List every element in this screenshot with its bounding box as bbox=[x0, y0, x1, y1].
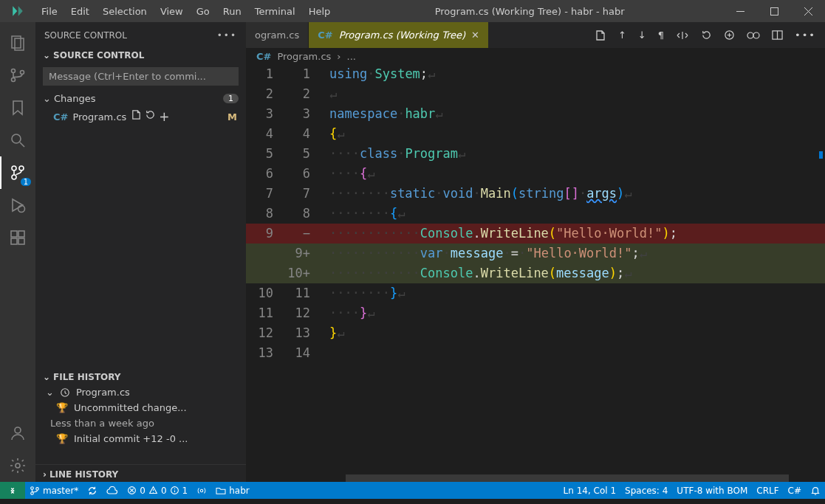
info-count: 1 bbox=[182, 486, 188, 496]
code-line[interactable]: 66····{↵ bbox=[246, 164, 825, 184]
branch-indicator[interactable]: master* bbox=[25, 486, 83, 496]
code-line[interactable]: 88········{↵ bbox=[246, 204, 825, 224]
settings-gear-icon[interactable] bbox=[0, 449, 35, 482]
line-history-label: LINE HISTORY bbox=[49, 469, 118, 480]
menu-selection[interactable]: Selection bbox=[97, 3, 153, 20]
stage-icon[interactable]: + bbox=[159, 109, 169, 124]
menu-help[interactable]: Help bbox=[303, 3, 337, 20]
code-line[interactable]: 9−············Console.WriteLine("Hello·W… bbox=[246, 224, 825, 244]
csharp-file-icon: C# bbox=[256, 51, 271, 62]
scrollbar-thumb[interactable] bbox=[346, 474, 789, 482]
changed-file-row[interactable]: C# Program.cs + M bbox=[35, 107, 246, 126]
open-file-icon[interactable] bbox=[131, 109, 142, 124]
language-mode[interactable]: C# bbox=[784, 486, 806, 496]
whitespace-icon[interactable]: ¶ bbox=[658, 30, 664, 41]
gutter-original: 11 bbox=[246, 303, 279, 323]
broadcast-icon[interactable] bbox=[192, 486, 211, 496]
discard-icon[interactable] bbox=[145, 109, 156, 124]
overview-ruler[interactable] bbox=[815, 64, 825, 482]
commit-message-input[interactable]: Message (Ctrl+Enter to commi... bbox=[43, 67, 239, 86]
minimap-marker bbox=[819, 151, 823, 159]
discard-icon[interactable] bbox=[701, 30, 712, 41]
minimize-button[interactable] bbox=[723, 0, 757, 22]
diff-editor[interactable]: 11using·System;↵22↵33namespace·habr↵44{↵… bbox=[246, 64, 825, 482]
toggle-icon[interactable] bbox=[747, 30, 760, 41]
code-content: ············Console.WriteLine(message);↵ bbox=[329, 263, 632, 283]
tabs: ogram.cs C# Program.cs (Working Tree) ✕ … bbox=[246, 22, 825, 48]
gutter-modified: 9+ bbox=[279, 244, 316, 263]
debug-icon[interactable] bbox=[0, 189, 35, 221]
commit-uncommitted[interactable]: 🏆 Uncommitted change... bbox=[35, 400, 246, 415]
svg-rect-15 bbox=[18, 231, 24, 237]
menu-go[interactable]: Go bbox=[191, 3, 216, 20]
explorer-icon[interactable] bbox=[0, 27, 35, 59]
notifications-icon[interactable] bbox=[806, 486, 825, 496]
code-line[interactable]: 77········static·void·Main(string[]·args… bbox=[246, 184, 825, 204]
git-branch-icon[interactable] bbox=[0, 59, 35, 92]
arrow-down-icon[interactable]: ↓ bbox=[638, 30, 646, 41]
folder-indicator[interactable]: habr bbox=[211, 486, 254, 496]
inline-diff-icon[interactable] bbox=[676, 30, 689, 41]
svg-point-28 bbox=[201, 489, 204, 492]
trophy-icon: 🏆 bbox=[56, 402, 68, 413]
bookmark-icon[interactable] bbox=[0, 92, 35, 124]
file-actions: + bbox=[131, 109, 169, 124]
problems-indicator[interactable]: 0 0 1 bbox=[123, 486, 192, 496]
tab-previous[interactable]: ogram.cs bbox=[246, 22, 309, 48]
gutter-original bbox=[246, 244, 279, 263]
cursor-position[interactable]: Ln 14, Col 1 bbox=[559, 486, 621, 496]
code-line[interactable]: 11using·System;↵ bbox=[246, 64, 825, 84]
account-icon[interactable] bbox=[0, 417, 35, 449]
code-line[interactable]: 1011········}↵ bbox=[246, 283, 825, 303]
more-icon[interactable]: ••• bbox=[217, 30, 237, 41]
remote-indicator[interactable] bbox=[0, 482, 25, 499]
code-line[interactable]: 22↵ bbox=[246, 84, 825, 104]
menu-edit[interactable]: Edit bbox=[65, 3, 95, 20]
cloud-icon[interactable] bbox=[102, 486, 123, 495]
sync-button[interactable] bbox=[83, 486, 102, 496]
code-line[interactable]: 9+············var·message·=·"Hello·World… bbox=[246, 244, 825, 263]
open-file-icon[interactable] bbox=[595, 30, 606, 41]
warning-count: 0 bbox=[161, 486, 167, 496]
close-button[interactable] bbox=[791, 0, 825, 22]
gutter-modified: 5 bbox=[279, 144, 316, 164]
horizontal-scrollbar[interactable] bbox=[246, 474, 812, 482]
code-line[interactable]: 55····class·Program↵ bbox=[246, 144, 825, 164]
search-icon[interactable] bbox=[0, 124, 35, 156]
code-line[interactable]: 1112····}↵ bbox=[246, 303, 825, 323]
code-line[interactable]: 1213}↵ bbox=[246, 323, 825, 343]
code-line[interactable]: 44{↵ bbox=[246, 124, 825, 144]
code-line[interactable]: 33namespace·habr↵ bbox=[246, 104, 825, 124]
more-icon[interactable]: ••• bbox=[795, 30, 816, 41]
maximize-button[interactable] bbox=[757, 0, 791, 22]
gutter-original: 9 bbox=[246, 224, 279, 244]
gutter-original: 13 bbox=[246, 343, 279, 363]
eol[interactable]: CRLF bbox=[752, 486, 783, 496]
commit-initial[interactable]: 🏆 Initial commit +12 -0 ... bbox=[35, 431, 246, 446]
encoding[interactable]: UTF-8 with BOM bbox=[672, 486, 752, 496]
menu-run[interactable]: Run bbox=[217, 3, 247, 20]
stage-change-icon[interactable] bbox=[724, 30, 735, 41]
svg-point-9 bbox=[12, 175, 16, 179]
close-icon[interactable]: ✕ bbox=[471, 30, 479, 41]
changes-header[interactable]: ⌄Changes 1 bbox=[35, 90, 246, 107]
source-control-icon[interactable]: 1 bbox=[0, 156, 35, 189]
menu-view[interactable]: View bbox=[154, 3, 189, 20]
code-line[interactable]: 1314 bbox=[246, 343, 825, 363]
file-history-header[interactable]: ⌄ FILE HISTORY bbox=[35, 370, 246, 384]
menu-file[interactable]: File bbox=[35, 3, 64, 20]
line-history-header[interactable]: › LINE HISTORY bbox=[35, 464, 246, 482]
extensions-icon[interactable] bbox=[0, 221, 35, 254]
svg-point-21 bbox=[753, 32, 759, 38]
arrow-up-icon[interactable]: ↑ bbox=[618, 30, 626, 41]
indentation[interactable]: Spaces: 4 bbox=[620, 486, 672, 496]
file-history-label: FILE HISTORY bbox=[53, 372, 121, 382]
tab-active[interactable]: C# Program.cs (Working Tree) ✕ bbox=[309, 22, 488, 48]
split-editor-icon[interactable] bbox=[772, 30, 783, 41]
breadcrumb[interactable]: C# Program.cs › ... bbox=[246, 48, 825, 64]
scm-section-header[interactable]: ⌄ SOURCE CONTROL bbox=[35, 48, 246, 63]
code-line[interactable]: 10+············Console.WriteLine(message… bbox=[246, 263, 825, 283]
menu-terminal[interactable]: Terminal bbox=[249, 3, 301, 20]
file-history-file[interactable]: ⌄ Program.cs bbox=[35, 384, 246, 400]
file-status: M bbox=[227, 111, 242, 122]
